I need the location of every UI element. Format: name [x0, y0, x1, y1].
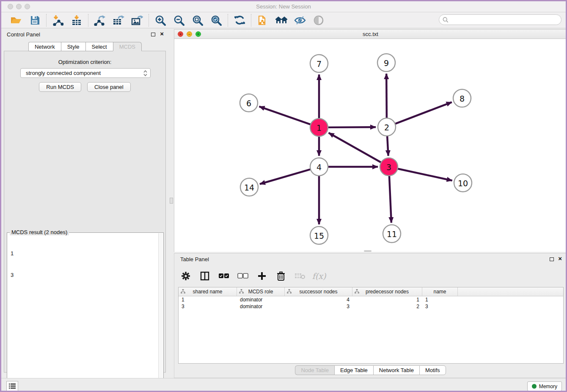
tab-node-table[interactable]: Node Table: [295, 365, 334, 375]
tab-style[interactable]: Style: [61, 42, 85, 51]
hierarchy-icon: [355, 289, 359, 294]
main-titlebar: Session: New Session: [1, 1, 566, 12]
table-tabs: Node Table Edge Table Network Table Moti…: [174, 365, 567, 375]
graph-node-label: 9: [384, 58, 389, 68]
import-table-icon: [71, 15, 82, 26]
graph-edge-2-9[interactable]: [386, 74, 387, 119]
houses-icon: [275, 16, 288, 25]
table-close-icon[interactable]: ×: [558, 255, 562, 262]
delete-row-button[interactable]: [275, 271, 286, 282]
graph-edge-2-8[interactable]: [395, 102, 452, 124]
add-row-button[interactable]: [256, 271, 267, 282]
graph-edge-1-6[interactable]: [259, 107, 311, 125]
clone-network-button[interactable]: [256, 14, 269, 27]
result-scrollbar[interactable]: [158, 233, 163, 392]
column-shared-name[interactable]: shared name: [179, 287, 237, 296]
select-all-button[interactable]: [218, 271, 229, 282]
save-session-button[interactable]: [28, 14, 41, 27]
fx-icon: f(x): [312, 271, 326, 281]
function-builder-button[interactable]: f(x): [314, 271, 325, 282]
first-neighbors-button[interactable]: [275, 14, 288, 27]
delete-table-button[interactable]: [295, 271, 306, 282]
column-mcds-role[interactable]: MCDS role: [237, 287, 285, 296]
refresh-layout-button[interactable]: [233, 14, 246, 27]
export-table-button[interactable]: [112, 14, 125, 27]
hierarchy-icon: [239, 289, 244, 294]
table-settings-button[interactable]: [180, 271, 191, 282]
hide-selected-button[interactable]: [294, 14, 306, 27]
open-session-button[interactable]: [10, 14, 22, 27]
tab-motifs[interactable]: Motifs: [419, 365, 446, 375]
open-folder-icon: [11, 15, 22, 25]
magnifier-icon: [443, 17, 449, 23]
main-toolbar: [1, 12, 566, 28]
show-columns-button[interactable]: [199, 271, 210, 282]
column-predecessor-nodes[interactable]: predecessor nodes: [352, 287, 422, 296]
search-input[interactable]: [449, 17, 561, 23]
export-network-icon: [94, 15, 106, 26]
tab-edge-table[interactable]: Edge Table: [334, 365, 373, 375]
control-panel: Control Panel × Network Style Select MCD…: [1, 28, 169, 378]
tab-network[interactable]: Network: [28, 42, 61, 51]
search-field[interactable]: [439, 14, 561, 25]
panel-splitter[interactable]: [169, 28, 174, 378]
graph-node-label: 1: [317, 123, 322, 133]
close-panel-icon[interactable]: ×: [160, 30, 164, 37]
application-window: Session: New Session: [0, 0, 567, 392]
tab-mcds[interactable]: MCDS: [113, 42, 142, 51]
export-network-button[interactable]: [94, 14, 106, 27]
column-name[interactable]: name: [422, 287, 458, 296]
network-titlebar: × − + scc.txt: [174, 30, 567, 39]
graph-edge-4-14[interactable]: [260, 169, 311, 184]
network-title: scc.txt: [174, 31, 567, 37]
float-panel-icon[interactable]: [151, 33, 155, 36]
node-table: shared name MCDS role successor nodes pr…: [178, 287, 564, 364]
zoom-fit-icon: [192, 15, 203, 26]
graph-edge-3-1[interactable]: [329, 133, 382, 163]
run-mcds-button[interactable]: Run MCDS: [39, 82, 81, 92]
zoom-in-button[interactable]: [154, 14, 167, 27]
show-all-button[interactable]: [312, 14, 325, 27]
mcds-result-line: 3: [11, 271, 26, 279]
tab-select[interactable]: Select: [85, 42, 113, 51]
export-image-button[interactable]: [131, 14, 143, 27]
graph-node-label: 14: [244, 183, 254, 192]
task-history-button[interactable]: [6, 381, 18, 391]
mcds-panel-body: Optimization criterion: strongly connect…: [4, 51, 166, 373]
splitter-grip[interactable]: [170, 198, 173, 204]
hierarchy-icon: [287, 289, 292, 294]
import-table-button[interactable]: [70, 14, 83, 27]
graph-edge-2-3[interactable]: [387, 135, 388, 156]
graph-node-label: 2: [384, 123, 389, 132]
export-table-icon: [113, 15, 124, 26]
zoom-out-button[interactable]: [173, 14, 185, 27]
memory-status-icon: [532, 384, 537, 389]
graph-edge-1-2[interactable]: [328, 127, 376, 127]
graph-node-label: 3: [386, 163, 391, 172]
zoom-selected-button[interactable]: [210, 14, 223, 27]
control-panel-header: Control Panel ×: [1, 28, 169, 41]
save-floppy-icon: [30, 15, 40, 25]
criterion-select[interactable]: strongly connected component: [20, 68, 151, 78]
canvas-scroll-nub[interactable]: [364, 250, 372, 252]
table-row[interactable]: 3 dominator 3 2 3: [179, 303, 563, 310]
import-network-button[interactable]: [52, 14, 64, 27]
mcds-result-box: MCDS result (2 nodes) 1 3: [7, 232, 164, 392]
table-float-icon[interactable]: [550, 257, 554, 261]
criterion-select-value: strongly connected component: [26, 70, 101, 76]
column-successor-nodes[interactable]: successor nodes: [285, 287, 352, 296]
tab-network-table[interactable]: Network Table: [373, 365, 419, 375]
zoom-fit-button[interactable]: [191, 14, 204, 27]
close-panel-button[interactable]: Close panel: [87, 82, 131, 92]
import-network-icon: [52, 15, 63, 26]
table-row[interactable]: 1 dominator 4 1 1: [179, 296, 563, 303]
network-graph[interactable]: 7968124314101511: [174, 39, 567, 252]
network-canvas[interactable]: 7968124314101511: [174, 39, 567, 252]
refresh-icon: [234, 15, 245, 25]
table-toolbar: f(x): [180, 268, 561, 284]
graph-edge-3-11[interactable]: [389, 175, 391, 223]
memory-button[interactable]: Memory: [527, 381, 562, 391]
graph-edge-3-10[interactable]: [397, 168, 452, 180]
deselect-all-button[interactable]: [237, 271, 248, 282]
graph-node-label: 7: [317, 59, 322, 69]
